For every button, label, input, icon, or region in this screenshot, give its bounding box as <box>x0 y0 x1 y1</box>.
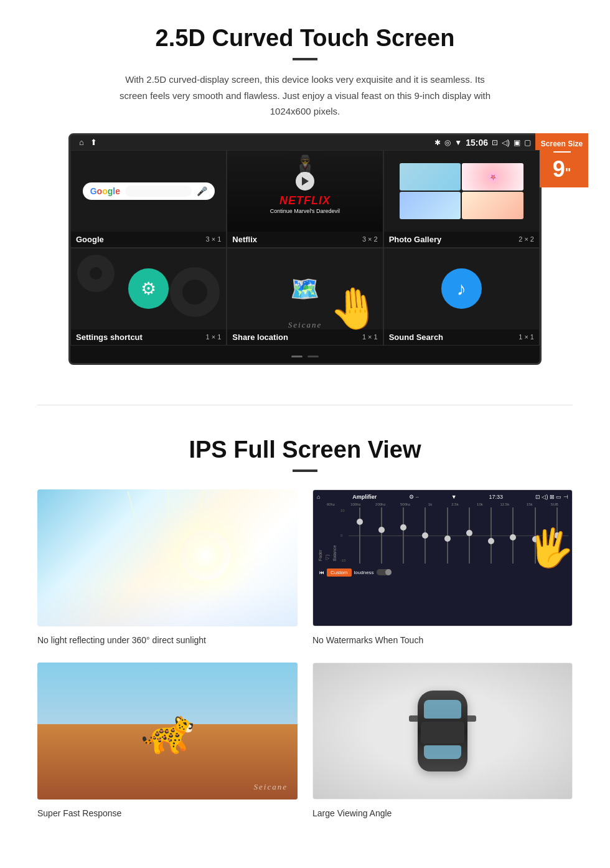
eq-bar-8 <box>503 507 523 564</box>
netflix-logo: NETFLIX <box>270 194 340 207</box>
mic-icon[interactable]: 🎤 <box>197 186 207 196</box>
amp-settings-icon: ⚙ ·· <box>409 494 419 500</box>
screen-size-value: 9" <box>540 157 583 182</box>
light-ray-1 <box>127 491 143 544</box>
usb-icon: ⬆ <box>90 138 97 147</box>
fader-label: Fader <box>318 510 322 561</box>
page-dot-1 <box>291 356 303 357</box>
settings-label: Settings shortcut <box>76 333 143 342</box>
cheetah-watermark: Seicane <box>254 782 288 792</box>
amp-signal: ▼ <box>451 494 457 500</box>
netflix-app-content: 🕴 NETFLIX Continue Marvel's Daredevil <box>227 151 382 232</box>
scale-minus10: -10 <box>340 559 346 562</box>
sky-bottom-haze <box>37 585 298 626</box>
google-app-label: Google 3 × 1 <box>71 232 226 247</box>
section1-description: With 2.5D curved-display screen, this de… <box>112 72 498 120</box>
freq-12-5k: 12.5k <box>493 502 516 506</box>
home-icon[interactable]: ⌂ <box>79 138 84 147</box>
app-cell-sound[interactable]: ♪ Sound Search 1 × 1 <box>383 248 540 346</box>
eq-handle-8[interactable] <box>510 534 516 540</box>
photo-thumb-4 <box>462 192 523 219</box>
eq-handle-6[interactable] <box>466 530 472 536</box>
location-icon: ◎ <box>444 138 451 147</box>
scale-10: 10 <box>340 509 346 512</box>
battery-icon: ▣ <box>514 138 520 147</box>
netflix-app-label: Netflix 3 × 2 <box>227 232 382 247</box>
eq-handle-1[interactable] <box>357 519 363 525</box>
amplifier-screen: ⌂ Amplifier ⚙ ·· ▼ 17:33 ⊡ ◁) ⊠ ▭ ⊣ 60hz… <box>313 490 572 626</box>
amp-top-bar: ⌂ Amplifier ⚙ ·· ▼ 17:33 ⊡ ◁) ⊠ ▭ ⊣ <box>317 494 568 500</box>
cheetah-visual: 🐆 Seicane <box>37 663 298 800</box>
google-label: Google <box>76 235 104 244</box>
settings-icon: ⚙ <box>128 268 169 309</box>
freq-2-5k: 2.5k <box>444 502 467 506</box>
car-roof <box>421 722 464 743</box>
photos-label: Photo Gallery <box>389 235 442 244</box>
eq-handle-3[interactable] <box>400 524 406 531</box>
sun-glow <box>181 531 230 580</box>
amp-freq-labels: 60hz 100hz 200hz 500hz 1k 2.5k 10k 12.5k… <box>317 502 568 506</box>
photos-app-content: 🌸 <box>384 151 539 232</box>
touch-hand-icon: 🖐 <box>526 523 573 571</box>
feature-response: 🐆 Seicane Super Fast Response <box>37 663 298 821</box>
title-divider <box>293 58 317 60</box>
car-body <box>418 691 467 771</box>
apps-grid-row2: ⚙ Settings shortcut 1 × 1 🗺️ 🤚 <box>70 248 540 346</box>
page-dot-2 <box>307 356 319 357</box>
freq-sub: SUB <box>543 502 566 506</box>
google-search-input[interactable] <box>125 186 192 197</box>
touch-caption: No Watermarks When Touch <box>312 633 573 648</box>
app-cell-photos[interactable]: 🌸 Photo Gallery 2 × 2 <box>383 150 540 248</box>
music-icon-wrap: ♪ <box>441 268 482 309</box>
freq-200: 200hz <box>369 502 392 506</box>
photos-app-label: Photo Gallery 2 × 2 <box>384 232 539 247</box>
sound-size: 1 × 1 <box>518 333 534 341</box>
eq-handle-7[interactable] <box>488 538 494 544</box>
eq-bar-2 <box>372 507 392 564</box>
app-cell-netflix[interactable]: 🕴 NETFLIX Continue Marvel's Daredevil <box>227 150 383 248</box>
eq-bar-6 <box>459 507 479 564</box>
curved-screen-section: 2.5D Curved Touch Screen With 2.5D curve… <box>0 0 610 386</box>
photo-thumb-2: 🌸 <box>462 163 523 191</box>
bluetooth-icon: ✱ <box>434 138 441 147</box>
screen-size-label: Screen Size <box>541 139 583 148</box>
netflix-size: 3 × 2 <box>362 235 378 243</box>
google-size: 3 × 1 <box>206 235 222 243</box>
settings-app-label: Settings shortcut 1 × 1 <box>71 329 226 345</box>
car-mirror-right <box>467 715 476 722</box>
settings-bg-circle-2 <box>170 267 220 317</box>
amp-icons-right: ⊡ ◁) ⊠ ▭ ⊣ <box>535 494 568 500</box>
amp-custom-button[interactable]: Custom <box>327 568 352 577</box>
device-mockup: Screen Size 9" ⌂ ⬆ ✱ ◎ ▼ 15:06 ⊡ ◁) ▣ <box>68 133 542 365</box>
settings-size: 1 × 1 <box>206 333 222 341</box>
amp-home-icon: ⌂ <box>317 494 320 500</box>
eq-handle-5[interactable] <box>444 535 451 542</box>
screen-size-badge: Screen Size 9" <box>535 133 588 188</box>
app-cell-share[interactable]: 🗺️ 🤚 Share location 1 × 1 <box>227 248 383 346</box>
amp-prev-icon[interactable]: ⏮ <box>319 570 324 575</box>
amp-loudness-toggle[interactable] <box>377 569 392 575</box>
app-cell-google[interactable]: Google 🎤 Google 3 × 1 <box>70 150 227 248</box>
pointing-hand-icon: 🤚 <box>327 283 381 334</box>
google-search-bar-widget[interactable]: Google 🎤 <box>83 182 215 200</box>
sound-label: Sound Search <box>389 333 443 342</box>
netflix-play-button[interactable] <box>296 172 314 191</box>
sky-visual <box>37 489 298 626</box>
share-size: 1 × 1 <box>362 333 378 341</box>
app-cell-settings[interactable]: ⚙ Settings shortcut 1 × 1 <box>70 248 227 346</box>
status-time: 15:06 <box>466 138 488 148</box>
car-visual <box>313 663 572 799</box>
settings-bg-circle-1 <box>77 255 115 292</box>
eq-handle-2[interactable] <box>378 527 385 533</box>
netflix-subtitle: Continue Marvel's Daredevil <box>270 208 340 214</box>
play-triangle-icon <box>302 177 309 186</box>
scale-0: 0 <box>340 534 346 537</box>
amp-time: 17:33 <box>489 494 504 500</box>
status-left: ⌂ ⬆ <box>79 138 97 147</box>
eq-handle-4[interactable] <box>422 532 428 539</box>
ips-screen-section: IPS Full Screen View No light reflecting… <box>0 424 610 839</box>
freq-60: 60hz <box>319 502 342 506</box>
amp-equalizer: Balance ◁) Fader 10 0 -10 <box>317 507 568 564</box>
section-divider <box>37 405 573 405</box>
freq-10k: 10k <box>468 502 491 506</box>
